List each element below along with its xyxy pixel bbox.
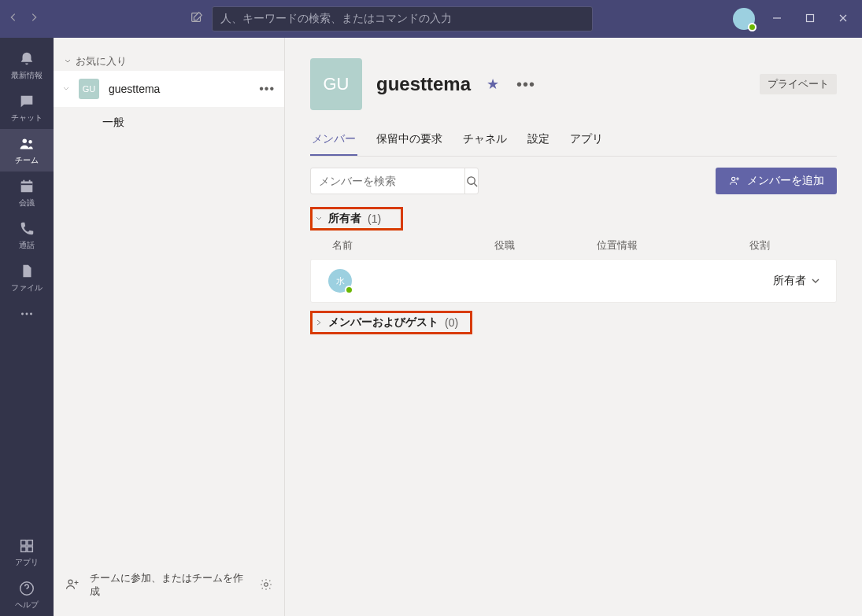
- search-icon[interactable]: [464, 168, 478, 194]
- people-add-icon: [65, 577, 80, 592]
- maximize-icon[interactable]: [805, 12, 815, 26]
- tab-settings[interactable]: 設定: [526, 132, 551, 156]
- role-dropdown[interactable]: 所有者: [773, 274, 820, 288]
- svg-rect-6: [29, 179, 31, 183]
- nav-back-icon[interactable]: [8, 12, 19, 26]
- owners-section-header[interactable]: 所有者(1): [310, 207, 403, 231]
- compose-icon[interactable]: [190, 10, 204, 28]
- search-members[interactable]: [310, 168, 479, 194]
- svg-point-18: [732, 177, 735, 180]
- channel-row[interactable]: 一般: [54, 107, 284, 138]
- person-add-icon: [728, 175, 741, 187]
- member-avatar: 水: [328, 269, 352, 293]
- search-input[interactable]: 人、キーワードの検索、またはコマンドの入力: [212, 6, 593, 31]
- tab-apps[interactable]: アプリ: [568, 132, 605, 156]
- rail-help[interactable]: ヘルプ: [0, 574, 54, 616]
- search-members-input[interactable]: [311, 175, 464, 187]
- minimize-icon[interactable]: [772, 12, 782, 26]
- col-role: 役職: [494, 238, 597, 253]
- col-assignment: 役割: [749, 238, 834, 253]
- svg-point-17: [467, 176, 474, 183]
- tab-channels[interactable]: チャネル: [461, 132, 509, 156]
- team-avatar: GU: [79, 79, 99, 99]
- team-row[interactable]: GU guesttema •••: [54, 71, 284, 107]
- svg-rect-13: [28, 546, 32, 551]
- tab-pending-requests[interactable]: 保留中の要求: [375, 132, 444, 156]
- svg-rect-10: [21, 540, 26, 544]
- svg-point-8: [26, 313, 28, 315]
- more-icon[interactable]: •••: [516, 76, 535, 94]
- svg-point-15: [68, 581, 72, 585]
- chevron-right-icon: [316, 319, 322, 326]
- close-icon[interactable]: [838, 12, 848, 26]
- add-member-button[interactable]: メンバーを追加: [716, 168, 837, 194]
- rail-apps[interactable]: アプリ: [0, 531, 54, 574]
- nav-arrows: [8, 12, 49, 26]
- favorite-star-icon[interactable]: ★: [486, 76, 499, 93]
- main-content: GU guesttema ★ ••• プライベート メンバー 保留中の要求 チャ…: [285, 38, 862, 616]
- svg-point-7: [21, 313, 24, 315]
- col-location: 位置情報: [597, 238, 749, 253]
- search-placeholder: 人、キーワードの検索、またはコマンドの入力: [220, 12, 452, 26]
- rail-calls[interactable]: 通話: [0, 214, 54, 256]
- rail-teams[interactable]: チーム: [0, 129, 54, 172]
- chevron-down-icon: [65, 58, 71, 65]
- window-controls: [772, 12, 848, 26]
- profile-avatar[interactable]: [733, 8, 755, 30]
- svg-point-2: [23, 138, 28, 143]
- svg-rect-1: [807, 15, 814, 22]
- nav-forward-icon[interactable]: [28, 12, 39, 26]
- team-header: GU guesttema ★ ••• プライベート: [310, 58, 837, 110]
- rail-files[interactable]: ファイル: [0, 256, 54, 299]
- privacy-badge: プライベート: [760, 74, 837, 94]
- rail-more[interactable]: [0, 299, 54, 329]
- svg-rect-11: [28, 540, 32, 544]
- svg-rect-12: [21, 546, 26, 551]
- gear-icon[interactable]: [259, 577, 273, 592]
- svg-rect-5: [23, 179, 24, 183]
- join-create-team[interactable]: チームに参加、またはチームを作成: [54, 559, 284, 616]
- col-name: 名前: [332, 238, 494, 253]
- page-title: guesttema: [376, 73, 471, 95]
- more-icon[interactable]: •••: [259, 82, 275, 96]
- team-avatar-large: GU: [310, 58, 362, 110]
- svg-point-16: [265, 583, 268, 587]
- rail-activity[interactable]: 最新情報: [0, 44, 54, 87]
- svg-rect-4: [21, 181, 33, 192]
- app-rail: 最新情報 チャット チーム 会議 通話 ファイル アプリ: [0, 38, 54, 616]
- team-name: guesttema: [109, 83, 250, 95]
- team-list-panel: お気に入り GU guesttema ••• 一般 チームに参加、またはチームを…: [54, 38, 285, 616]
- favorites-header[interactable]: お気に入り: [54, 38, 284, 71]
- chevron-down-icon: [63, 86, 69, 92]
- presence-available-icon: [345, 286, 353, 294]
- presence-available-icon: [748, 23, 757, 31]
- tab-members[interactable]: メンバー: [310, 132, 357, 156]
- team-tabs: メンバー 保留中の要求 チャネル 設定 アプリ: [310, 132, 837, 157]
- rail-meetings[interactable]: 会議: [0, 172, 54, 214]
- titlebar: 人、キーワードの検索、またはコマンドの入力: [0, 0, 862, 38]
- owner-row[interactable]: 水 所有者: [310, 259, 837, 303]
- chevron-down-icon: [316, 216, 322, 222]
- member-column-headers: 名前 役職 位置情報 役割: [310, 231, 837, 259]
- svg-point-3: [28, 140, 31, 143]
- rail-chat[interactable]: チャット: [0, 87, 54, 129]
- member-controls: メンバーを追加: [310, 168, 837, 194]
- chevron-down-icon: [811, 276, 820, 286]
- svg-point-9: [30, 313, 32, 315]
- members-guests-section-header[interactable]: メンバーおよびゲスト(0): [310, 311, 472, 334]
